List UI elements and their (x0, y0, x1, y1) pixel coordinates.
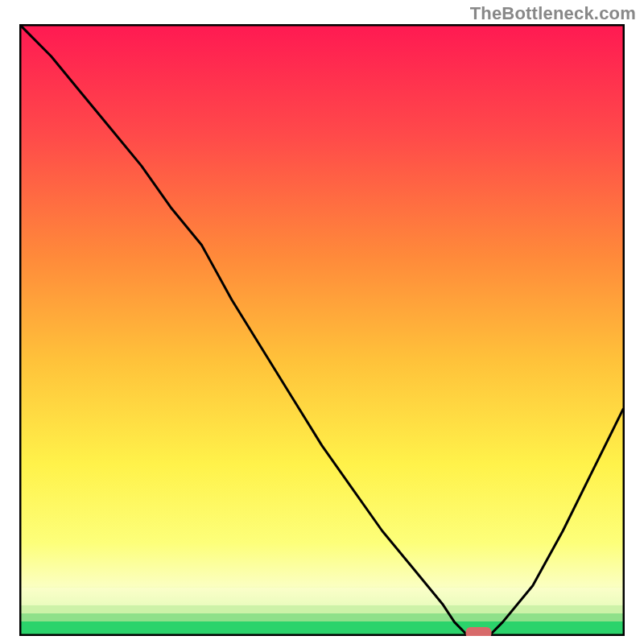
pale-band (21, 588, 623, 605)
gradient-background (21, 26, 623, 634)
green-band-2 (21, 613, 623, 621)
optimal-point-marker (466, 627, 492, 636)
watermark-text: TheBottleneck.com (470, 3, 636, 24)
bottleneck-chart (19, 24, 625, 636)
green-band-1 (21, 605, 623, 613)
green-band-3 (21, 621, 623, 634)
chart-container: TheBottleneck.com (0, 0, 644, 644)
